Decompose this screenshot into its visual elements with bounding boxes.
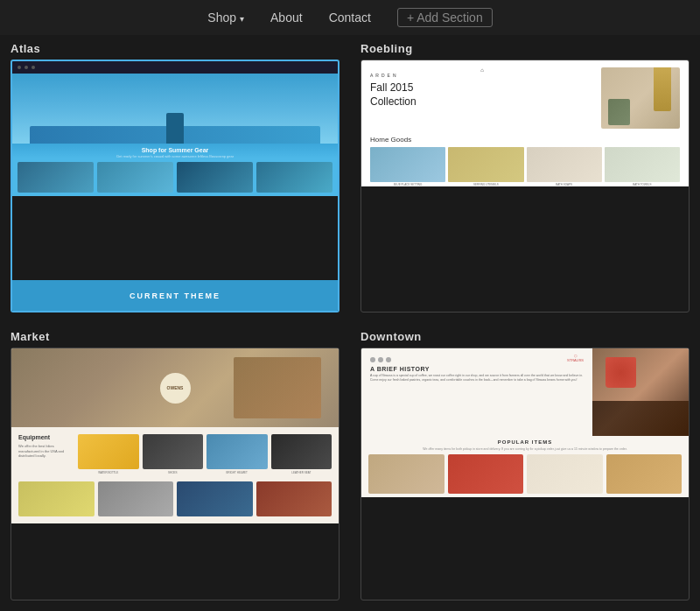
roebling-product-label-4: BATH TOWELS xyxy=(605,183,680,186)
downtown-popular-title: POPULAR ITEMS xyxy=(368,439,682,445)
atlas-hero-silhouette xyxy=(166,113,184,144)
roebling-left: ⌂ arden Fall 2015Collection xyxy=(370,67,594,129)
market-label: Market xyxy=(10,330,50,343)
nav-contact-label: Contact xyxy=(329,11,371,25)
market-product-img-helmet xyxy=(206,434,268,469)
roebling-hero-image xyxy=(601,67,680,129)
theme-cell-roebling[interactable]: Roebling ⌂ arden Fall 2015Collection Hom… xyxy=(350,35,700,323)
market-sidebar-text: We offer the best bikes manufactured in … xyxy=(18,444,71,459)
atlas-hero: Shop for Summer Gear Get ready for summe… xyxy=(12,74,338,158)
market-product-shoes: SHOES xyxy=(143,434,204,474)
atlas-content: Shop for Summer Gear Get ready for summe… xyxy=(12,61,338,196)
roebling-top: ⌂ arden Fall 2015Collection xyxy=(361,60,689,136)
downtown-history-title: A BRIEF HISTORY xyxy=(370,366,584,372)
atlas-nav-dot-3 xyxy=(32,66,35,69)
downtown-hero: ⬡STRAUSS A BRIEF HISTORY A cup of Straus… xyxy=(361,348,689,436)
downtown-product-baked xyxy=(606,454,682,494)
roebling-content: ⌂ arden Fall 2015Collection Home Goods B… xyxy=(361,60,689,186)
market-product-bottle: WATER BOTTLE xyxy=(78,434,139,474)
market-hero: OWENS xyxy=(11,348,339,427)
market-preview: OWENS Equipment We offer the best bikes … xyxy=(10,348,340,600)
nav-shop-chevron-icon xyxy=(240,11,244,25)
nav-contact[interactable]: Contact xyxy=(329,11,371,25)
downtown-product-coffee xyxy=(448,454,524,494)
roebling-preview: ⌂ arden Fall 2015Collection Home Goods B… xyxy=(360,60,690,313)
downtown-content: ⬡STRAUSS A BRIEF HISTORY A cup of Straus… xyxy=(361,348,689,497)
market-product-glock xyxy=(177,481,253,516)
market-product-img-bottle xyxy=(78,434,139,469)
roebling-lamp xyxy=(654,67,671,111)
atlas-shop-text: Shop for Summer Gear xyxy=(142,147,209,153)
market-product-seat: LEATHER SEAT xyxy=(271,434,332,474)
downtown-hero-left: ⬡STRAUSS A BRIEF HISTORY A cup of Straus… xyxy=(361,348,592,436)
roebling-product-img-4 xyxy=(605,147,680,182)
nav-add-section[interactable]: + Add Section xyxy=(397,8,493,27)
downtown-coffee-cup xyxy=(606,357,636,388)
market-product-rearlight xyxy=(256,481,332,516)
downtown-social-icons xyxy=(370,357,584,362)
downtown-popular-section: POPULAR ITEMS We offer many items for bo… xyxy=(361,436,689,497)
market-bike-image xyxy=(234,357,321,418)
market-sidebar: Equipment We offer the best bikes manufa… xyxy=(18,434,71,474)
roebling-product-label-3: BATH SOAPS xyxy=(527,183,602,186)
market-main-content: Equipment We offer the best bikes manufa… xyxy=(11,427,339,481)
market-badge: OWENS xyxy=(160,373,191,404)
atlas-sub-text: Get ready for summer's casual with some … xyxy=(116,154,234,158)
nav-about[interactable]: About xyxy=(270,11,303,25)
downtown-instagram-icon xyxy=(378,357,383,362)
atlas-nav-dot-1 xyxy=(18,66,21,69)
atlas-hero-image xyxy=(12,74,338,144)
atlas-products xyxy=(12,158,338,196)
market-product-tire xyxy=(18,481,94,516)
atlas-label: Atlas xyxy=(10,42,40,55)
roebling-product-2: SERVING UTENSILS xyxy=(448,147,523,186)
nav-shop[interactable]: Shop xyxy=(207,11,244,25)
roebling-product-3: BATH SOAPS xyxy=(527,147,602,186)
nav-shop-label: Shop xyxy=(207,11,236,25)
atlas-nav xyxy=(12,61,338,74)
roebling-product-label-2: SERVING UTENSILS xyxy=(448,183,523,186)
roebling-product-img-1 xyxy=(370,147,445,182)
market-product-label-seat: LEATHER SEAT xyxy=(291,471,311,474)
market-products-row2 xyxy=(11,481,339,523)
market-product-helmet: BRIGHT HELMET xyxy=(206,434,268,474)
downtown-label: Downtown xyxy=(360,330,422,343)
downtown-hero-image xyxy=(592,348,689,436)
downtown-twitter-icon xyxy=(386,357,391,362)
roebling-bag xyxy=(608,99,630,125)
market-product-label-helmet: BRIGHT HELMET xyxy=(227,471,248,474)
downtown-coffee-dark xyxy=(592,401,689,436)
theme-cell-atlas[interactable]: Atlas Shop for Summer Gear Get ready for… xyxy=(0,35,350,323)
market-product-img-seat xyxy=(271,434,332,469)
roebling-product-4: BATH TOWELS xyxy=(605,147,680,186)
market-content: OWENS Equipment We offer the best bikes … xyxy=(11,348,339,523)
theme-cell-downtown[interactable]: Downtown ⬡STRAUSS A BRIEF HISTORY A cup … xyxy=(350,323,700,611)
atlas-nav-dot-2 xyxy=(24,66,28,69)
nav-about-label: About xyxy=(270,11,303,25)
roebling-logo-text: arden xyxy=(370,73,594,78)
roebling-products: BLUE PLACE SETTING SERVING UTENSILS BATH… xyxy=(361,147,689,186)
roebling-collection-title: Fall 2015Collection xyxy=(370,81,594,109)
downtown-history-text: A cup of Strauss is a special cup of cof… xyxy=(370,374,584,383)
atlas-current-theme-bar: CURRENT THEME xyxy=(12,280,338,311)
theme-cell-market[interactable]: Market OWENS Equipment We offer the best… xyxy=(0,323,350,611)
roebling-section-title: Home Goods xyxy=(361,136,689,147)
downtown-logo: ⬡STRAUSS xyxy=(567,354,584,362)
downtown-product-cream xyxy=(527,454,603,494)
market-product-label-bottle: WATER BOTTLE xyxy=(98,471,118,474)
top-navigation: Shop About Contact + Add Section xyxy=(0,0,700,35)
atlas-preview: Shop for Summer Gear Get ready for summe… xyxy=(10,60,340,313)
atlas-product-bottle xyxy=(97,162,173,193)
roebling-label: Roebling xyxy=(360,42,413,55)
downtown-product-pastry xyxy=(368,454,444,494)
themes-grid: Atlas Shop for Summer Gear Get ready for… xyxy=(0,35,700,611)
market-product-img-shoes xyxy=(143,434,204,469)
market-product-label-shoes: SHOES xyxy=(168,471,178,474)
market-badge-text: OWENS xyxy=(167,385,184,390)
roebling-product-img-3 xyxy=(527,147,602,182)
atlas-product-rope xyxy=(256,162,332,193)
downtown-preview: ⬡STRAUSS A BRIEF HISTORY A cup of Straus… xyxy=(360,348,690,600)
nav-add-section-label: + Add Section xyxy=(407,11,483,25)
downtown-products xyxy=(368,454,682,494)
roebling-product-label-1: BLUE PLACE SETTING xyxy=(370,183,445,186)
